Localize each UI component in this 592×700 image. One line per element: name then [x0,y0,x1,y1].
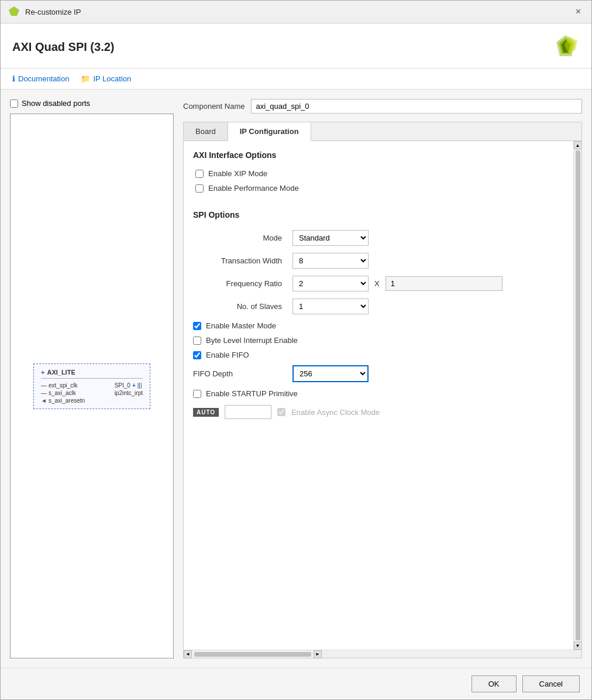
no-of-slaves-select[interactable]: 1 2 3 4 [292,298,369,314]
nav-bar: ℹ Documentation 📁 IP Location [1,68,591,90]
frequency-ratio-select[interactable]: 2 4 16 32 64 [292,276,369,291]
tab-ip-configuration[interactable]: IP Configuration [228,122,311,141]
spi-options-title: SPI Options [193,210,564,222]
port-right: SPI_0 + ||| ip2intc_irpt [115,382,143,404]
frequency-ratio-row: Frequency Ratio 2 4 16 32 64 X [193,276,564,291]
fifo-depth-label: FIFO Depth [193,369,287,378]
enable-fifo-checkbox[interactable] [193,351,201,359]
header-section: AXI Quad SPI (3.2) [1,23,591,68]
fifo-depth-row: FIFO Depth 16 256 [193,365,564,382]
nav-documentation-label: Documentation [18,74,69,83]
tabs-container: Board IP Configuration AXI Interface Opt… [183,122,582,658]
ip-block-header: + AXI_LITE [41,369,143,379]
enable-performance-mode-row: Enable Performance Mode [193,184,564,193]
port-item: — ext_spi_clk [41,382,85,389]
vertical-scrollbar[interactable]: ▲ ▼ [573,141,581,650]
enable-xip-mode-label: Enable XIP Mode [208,169,267,178]
mode-row: Mode Standard Dual Quad [193,230,564,246]
byte-level-interrupt-checkbox[interactable] [193,337,201,345]
enable-xip-mode-checkbox[interactable] [195,170,204,178]
enable-performance-mode-label: Enable Performance Mode [208,184,299,193]
enable-async-clock-mode-label: Enable Async Clock Mode [291,408,380,417]
auto-badge: AUTO [193,408,219,417]
horizontal-scrollbar[interactable]: ◄ ► [184,650,581,658]
transaction-width-label: Transaction Width [193,256,287,265]
enable-master-mode-checkbox[interactable] [193,322,201,330]
tab-content: AXI Interface Options Enable XIP Mode En… [184,141,581,650]
ok-button[interactable]: OK [471,675,517,692]
dialog: Re-customize IP × AXI Quad SPI (3.2) ℹ D… [0,0,592,700]
ip-block: + AXI_LITE — ext_spi_clk — s_axi_aclk [33,363,150,409]
block-diagram: + AXI_LITE — ext_spi_clk — s_axi_aclk [10,114,174,658]
enable-master-mode-label: Enable Master Mode [206,321,276,330]
port-left: — ext_spi_clk — s_axi_aclk ◄ s_axi_arese… [41,382,85,404]
enable-async-clock-mode-checkbox[interactable] [277,408,285,416]
enable-fifo-row: Enable FIFO [193,351,564,359]
component-name-input[interactable] [251,99,583,114]
tab-board[interactable]: Board [184,122,228,140]
enable-startup-primitive-row: Enable STARTUP Primitive [193,389,564,398]
enable-master-mode-row: Enable Master Mode [193,321,564,330]
no-of-slaves-row: No. of Slaves 1 2 3 4 [193,298,564,314]
enable-startup-primitive-checkbox[interactable] [193,390,201,398]
enable-xip-mode-row: Enable XIP Mode [193,169,564,178]
info-icon: ℹ [12,74,15,83]
auto-input-spacer [225,405,271,419]
close-button[interactable]: × [572,5,584,18]
tab-bar: Board IP Configuration [184,122,581,141]
port-item: ip2intc_irpt [115,390,143,396]
x-label: X [374,279,380,288]
enable-startup-primitive-label: Enable STARTUP Primitive [206,389,298,398]
no-of-slaves-label: No. of Slaves [193,302,287,311]
byte-level-interrupt-row: Byte Level Interrupt Enable [193,336,564,345]
scroll-down-button[interactable]: ▼ [574,641,582,650]
ip-block-plus: + [41,369,44,376]
frequency-ratio-label: Frequency Ratio [193,279,287,288]
mode-label: Mode [193,234,287,242]
footer: OK Cancel [1,668,591,699]
title-bar-left: Re-customize IP [8,5,81,18]
nav-documentation[interactable]: ℹ Documentation [12,72,69,85]
transaction-width-select[interactable]: 8 16 32 [292,253,369,269]
ip-ports: — ext_spi_clk — s_axi_aclk ◄ s_axi_arese… [41,382,143,404]
vivado-logo [552,33,580,61]
left-panel: Show disabled ports + AXI_LITE — ext_spi… [10,99,174,658]
scroll-thumb[interactable] [576,150,580,640]
scroll-up-button[interactable]: ▲ [574,141,582,149]
multiplier-input[interactable] [386,276,502,291]
mode-select[interactable]: Standard Dual Quad [292,230,369,246]
title-bar-app-icon [8,5,20,18]
right-panel: Component Name Board IP Configuration AX… [183,99,582,658]
title-bar-title: Re-customize IP [25,8,81,16]
enable-fifo-label: Enable FIFO [206,351,249,359]
title-bar: Re-customize IP × [1,1,591,23]
show-disabled-ports-checkbox[interactable] [10,99,18,108]
section-divider [193,198,564,210]
port-item: — s_axi_aclk [41,390,85,396]
port-item: ◄ s_axi_aresetn [41,397,85,404]
auto-row: AUTO Enable Async Clock Mode [193,405,564,419]
show-disabled-ports-text: Show disabled ports [22,99,90,108]
transaction-width-row: Transaction Width 8 16 32 [193,253,564,269]
nav-ip-location[interactable]: 📁 IP Location [81,72,131,85]
fifo-depth-select[interactable]: 16 256 [292,365,369,382]
component-name-label: Component Name [183,102,245,111]
h-scroll-right-button[interactable]: ► [314,650,322,658]
ip-block-label: AXI_LITE [47,369,75,376]
byte-level-interrupt-label: Byte Level Interrupt Enable [206,336,298,345]
h-scroll-left-button[interactable]: ◄ [184,650,192,658]
main-content: Show disabled ports + AXI_LITE — ext_spi… [1,90,591,668]
cancel-button[interactable]: Cancel [522,675,580,692]
h-scroll-thumb[interactable] [194,652,311,657]
nav-ip-location-label: IP Location [93,74,131,83]
enable-performance-mode-checkbox[interactable] [195,184,204,193]
header-title: AXI Quad SPI (3.2) [12,40,114,54]
axi-interface-options-title: AXI Interface Options [193,150,564,162]
show-disabled-ports-label[interactable]: Show disabled ports [10,99,174,108]
component-name-row: Component Name [183,99,582,114]
folder-icon: 📁 [81,74,90,83]
port-item: SPI_0 + ||| [115,382,143,389]
